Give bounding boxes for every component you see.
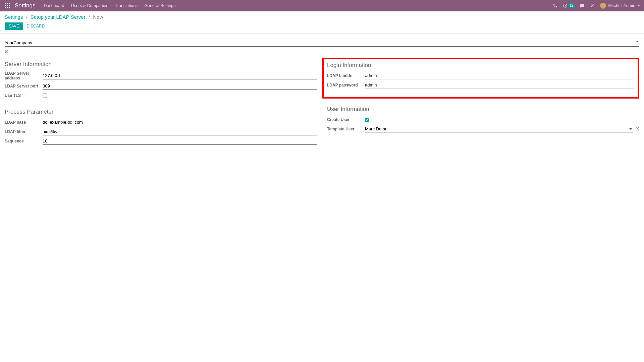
- ldap-port-input[interactable]: [43, 83, 317, 90]
- ldap-password-label: LDAP password: [327, 83, 365, 87]
- ldap-address-label: LDAP Server address: [5, 71, 43, 80]
- use-tls-label: Use TLS: [5, 93, 43, 98]
- login-info-title: Login Information: [327, 62, 634, 69]
- activity-icon[interactable]: 12: [563, 3, 575, 8]
- ldap-base-input[interactable]: [43, 119, 317, 126]
- ldap-filter-label: LDAP filter: [5, 129, 43, 134]
- ldap-binddn-label: LDAP binddn: [327, 73, 365, 78]
- template-user-select[interactable]: [365, 126, 633, 133]
- app-title[interactable]: Settings: [15, 2, 35, 9]
- user-name-label: Mitchell Admin: [608, 3, 635, 8]
- create-user-label: Create User: [327, 117, 365, 122]
- process-param-title: Process Parameter: [5, 109, 317, 115]
- sequence-input[interactable]: [43, 138, 317, 145]
- close-icon[interactable]: [590, 3, 595, 8]
- template-user-label: Template User: [327, 127, 365, 131]
- avatar: [600, 3, 606, 9]
- discard-button[interactable]: Discard: [26, 24, 45, 28]
- sequence-label: Sequence: [5, 139, 43, 143]
- right-column: Login Information LDAP binddn LDAP passw…: [327, 61, 639, 154]
- navbar-menu: Dashboard Users & Companies Translations…: [44, 3, 175, 8]
- use-tls-checkbox[interactable]: [43, 94, 47, 98]
- menu-users-companies[interactable]: Users & Companies: [71, 3, 108, 8]
- phone-icon[interactable]: [553, 3, 557, 8]
- menu-dashboard[interactable]: Dashboard: [44, 3, 64, 8]
- caret-down-icon: [637, 5, 640, 6]
- breadcrumb-ldap[interactable]: Setup your LDAP Server: [31, 14, 86, 20]
- menu-translations[interactable]: Translations: [115, 3, 138, 8]
- control-panel: Settings / Setup your LDAP Server / New …: [0, 11, 644, 34]
- apps-grid-icon[interactable]: [4, 2, 11, 9]
- breadcrumb-settings[interactable]: Settings: [5, 14, 23, 20]
- external-link-icon[interactable]: [635, 127, 639, 132]
- external-link-icon[interactable]: [5, 49, 9, 54]
- chat-icon[interactable]: [580, 3, 585, 8]
- server-info-title: Server Information: [5, 61, 317, 68]
- ldap-filter-input[interactable]: [43, 128, 317, 135]
- top-navbar: Settings Dashboard Users & Companies Tra…: [0, 0, 644, 11]
- menu-general-settings[interactable]: General Settings: [144, 3, 175, 8]
- form-sheet: Server Information LDAP Server address L…: [0, 34, 644, 160]
- user-info-title: User Information: [327, 106, 639, 113]
- breadcrumb: Settings / Setup your LDAP Server / New: [5, 14, 639, 20]
- create-user-checkbox[interactable]: [365, 118, 369, 122]
- breadcrumb-current: New: [93, 14, 103, 20]
- save-button[interactable]: Save: [5, 22, 23, 30]
- navbar-right: 12 Mitchell Admin: [553, 3, 640, 9]
- ldap-password-input[interactable]: [365, 82, 634, 89]
- company-field[interactable]: [5, 40, 639, 47]
- ldap-binddn-input[interactable]: [365, 72, 634, 79]
- left-column: Server Information LDAP Server address L…: [5, 61, 317, 154]
- user-menu[interactable]: Mitchell Admin: [600, 3, 640, 9]
- activity-badge: 12: [568, 3, 575, 8]
- ldap-address-input[interactable]: [43, 72, 317, 79]
- ldap-base-label: LDAP base: [5, 120, 43, 125]
- login-info-highlight: Login Information LDAP binddn LDAP passw…: [322, 58, 639, 99]
- ldap-port-label: LDAP Server port: [5, 84, 43, 88]
